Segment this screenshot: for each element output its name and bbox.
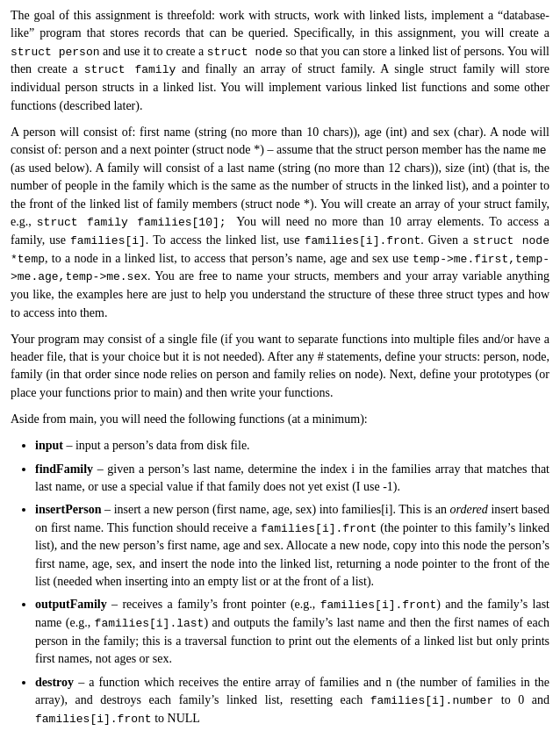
list-item-destroy: destroy – a function which receives the … (35, 674, 549, 728)
code-struct-person: struct person (11, 46, 100, 59)
code-destroy-front: families[i].front (35, 713, 152, 726)
code-output-front: families[i].front (320, 598, 437, 612)
paragraph-1: The goal of this assignment is threefold… (11, 7, 549, 115)
list-item-outputfamily: outputFamily – receives a family’s front… (35, 596, 549, 668)
func-outputfamily-label: outputFamily (35, 598, 107, 611)
func-input-label: input (35, 439, 63, 452)
list-item-input: input – input a person’s data from disk … (35, 437, 549, 455)
list-item-findfamily: findFamily – given a person’s last name,… (35, 461, 549, 497)
code-me: me (533, 144, 547, 157)
code-families-front: families[i].front (305, 234, 421, 247)
code-temp-access: temp->me.first,temp->me.age,temp->me.sex (11, 253, 549, 284)
func-findfamily-label: findFamily (35, 462, 93, 476)
list-item-insertperson: insertPerson – insert a new person (firs… (35, 501, 549, 591)
code-families-i-front: families[i].front (261, 522, 377, 535)
document-content: The goal of this assignment is threefold… (11, 7, 549, 728)
ordered-em: ordered (450, 503, 488, 516)
func-destroy-label: destroy (35, 676, 74, 689)
code-output-last: families[i].last (95, 617, 205, 630)
code-struct-family: struct family (84, 63, 176, 76)
paragraph-2: A person will consist of: first name (st… (11, 124, 549, 322)
func-insertperson-label: insertPerson (35, 503, 101, 516)
code-destroy-number: families[i].number (370, 694, 493, 707)
code-struct-node: struct node (207, 46, 283, 59)
paragraph-3: Your program may consist of a single fil… (11, 331, 549, 402)
functions-list: input – input a person’s data from disk … (35, 437, 549, 727)
paragraph-4: Aside from main, you will need the follo… (11, 411, 549, 428)
code-families-i: families[i] (70, 234, 146, 247)
code-struct-family-decl: struct family families[10]; (37, 216, 226, 229)
